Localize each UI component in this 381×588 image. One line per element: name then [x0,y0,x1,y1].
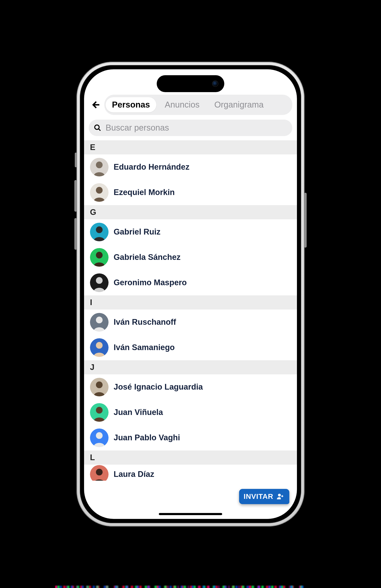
phone-screen: PersonasAnunciosOrganigrama E Eduardo He… [84,69,297,519]
power-button [304,193,307,248]
volume-down-button [74,218,77,250]
avatar-icon [90,183,109,202]
svg-point-2 [96,161,103,168]
svg-point-4 [96,187,103,193]
svg-point-8 [96,252,103,258]
avatar-icon [90,428,109,447]
list-item[interactable]: Juan Viñuela [84,400,297,425]
top-bar: PersonasAnunciosOrganigrama [84,95,297,118]
avatar-icon [90,313,109,332]
list-item[interactable]: José Ignacio Laguardia [84,374,297,400]
home-indicator[interactable] [159,513,222,515]
list-item[interactable]: Eduardo Hernández [84,154,297,180]
person-name: Juan Pablo Vaghi [114,433,180,442]
list-item[interactable]: Laura Díaz [84,465,297,481]
avatar [90,183,109,202]
person-name: Geronimo Maspero [114,278,187,287]
svg-point-6 [96,226,103,233]
avatar [90,158,109,176]
svg-point-20 [96,432,103,439]
avatar [90,465,109,481]
avatar-icon [90,248,109,267]
svg-point-18 [96,407,103,414]
invite-label: INVITAR [244,492,273,501]
avatar [90,403,109,422]
list-item[interactable]: Gabriela Sánchez [84,245,297,270]
search-field[interactable] [89,120,292,136]
avatar-icon [90,403,109,422]
phone-frame: PersonasAnunciosOrganigrama E Eduardo He… [77,62,304,526]
person-name: José Ignacio Laguardia [114,382,203,392]
person-name: Gabriela Sánchez [114,253,180,262]
avatar [90,273,109,292]
section-header: L [84,450,297,465]
search-input[interactable] [105,123,287,133]
avatar [90,338,109,357]
front-camera-icon [212,81,218,87]
tab-anuncios[interactable]: Anuncios [158,97,206,112]
section-header: G [84,205,297,219]
people-list[interactable]: E Eduardo Hernández Ezequiel MorkinG Gab… [84,140,297,519]
mute-switch [75,152,77,167]
volume-up-button [74,180,77,212]
tab-organigrama[interactable]: Organigrama [208,97,270,112]
invite-button[interactable]: INVITAR [239,489,289,504]
search-icon [94,124,101,132]
person-name: Iván Ruschanoff [114,317,176,327]
list-item[interactable]: Iván Samaniego [84,335,297,360]
svg-point-14 [96,342,103,349]
tab-bar: PersonasAnunciosOrganigrama [104,95,292,115]
list-item[interactable]: Juan Pablo Vaghi [84,425,297,450]
chromatic-fringe-decoration [55,586,308,588]
avatar [90,248,109,267]
section-header: E [84,140,297,154]
avatar [90,428,109,447]
person-name: Gabriel Ruiz [114,227,160,236]
arrow-left-icon [91,100,100,109]
avatar-icon [90,223,109,241]
avatar-icon [90,273,109,292]
avatar [90,313,109,332]
svg-point-0 [95,125,99,129]
section-header: J [84,360,297,374]
avatar-icon [90,158,109,176]
person-name: Ezequiel Morkin [114,188,175,197]
avatar-icon [90,465,109,481]
list-item[interactable]: Iván Ruschanoff [84,310,297,335]
list-item[interactable]: Geronimo Maspero [84,270,297,295]
list-item[interactable]: Gabriel Ruiz [84,219,297,245]
avatar-icon [90,378,109,396]
person-name: Juan Viñuela [114,408,163,417]
app-root: PersonasAnunciosOrganigrama E Eduardo He… [84,69,297,519]
tab-personas[interactable]: Personas [106,97,156,112]
svg-point-22 [96,469,103,475]
avatar-icon [90,338,109,357]
person-name: Iván Samaniego [114,343,175,352]
list-item[interactable]: Ezequiel Morkin [84,180,297,205]
svg-point-12 [96,316,103,323]
person-name: Eduardo Hernández [114,163,189,171]
back-button[interactable] [89,98,102,112]
user-plus-icon [276,492,285,501]
avatar [90,223,109,241]
person-name: Laura Díaz [114,470,154,479]
dynamic-island [157,75,224,92]
section-header: I [84,295,297,310]
phone-bezel: PersonasAnunciosOrganigrama E Eduardo He… [80,65,301,523]
avatar [90,378,109,396]
svg-point-10 [96,277,103,284]
svg-point-16 [96,381,103,388]
